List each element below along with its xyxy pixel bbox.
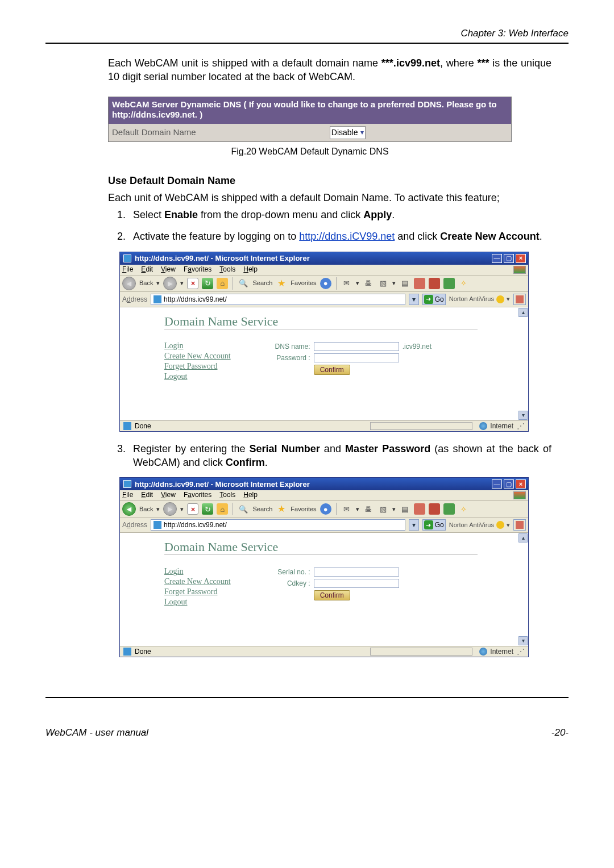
dns-link-create[interactable]: Create New Account [164, 352, 231, 360]
confirm-button[interactable]: Confirm [314, 365, 350, 375]
menu-view[interactable]: View [161, 491, 176, 499]
toolbar-home-icon[interactable]: ⌂ [217, 278, 228, 289]
scroll-up-icon[interactable]: ▴ [518, 533, 528, 542]
toolbar-refresh-icon[interactable]: ↻ [202, 278, 213, 289]
ddns-default-domain-select[interactable]: Disable▾ [330, 126, 366, 139]
confirm-button[interactable]: Confirm [314, 590, 350, 600]
cdkey-label: Cdkey : [265, 580, 310, 587]
resize-grip-icon[interactable]: ⋰ [517, 423, 525, 429]
resize-grip-icon[interactable]: ⋰ [517, 648, 525, 655]
scroll-down-icon[interactable]: ▾ [518, 636, 528, 645]
globe-icon [479, 648, 487, 656]
dns-link-logout[interactable]: Logout [164, 598, 231, 606]
toolbar-print-icon[interactable]: 🖶 [363, 278, 374, 289]
ie-address-bar: Address http://ddns.icv99.net/ ▾ ➜Go Nor… [120, 518, 528, 533]
address-field[interactable]: http://ddns.icv99.net/ [151, 519, 405, 531]
ddns-link[interactable]: http://ddns.iCV99.net [299, 231, 395, 242]
toolbar-messenger-icon[interactable] [443, 503, 455, 515]
menu-favorites[interactable]: Favorites [184, 266, 211, 274]
serial-label: Serial no. : [265, 569, 310, 575]
toolbar-history-icon[interactable]: ● [320, 503, 331, 515]
toolbar-search-icon[interactable]: 🔍 [238, 503, 249, 515]
norton-antivirus-button[interactable]: Norton AntiVirus▾ [449, 295, 510, 303]
window-maximize[interactable]: ▢ [504, 479, 514, 489]
norton-antivirus-button[interactable]: Norton AntiVirus▾ [449, 521, 510, 529]
ie-toolbar: ◄ Back ▾ ► ▾ × ↻ ⌂ 🔍 Search ★ Favorites … [120, 276, 528, 292]
menu-file[interactable]: File [122, 491, 133, 499]
toolbar-back[interactable]: ◄ [122, 502, 136, 516]
toolbar-extra-3-icon[interactable]: ✧ [458, 503, 470, 515]
toolbar-favorites-icon[interactable]: ★ [276, 503, 287, 515]
cdkey-input[interactable] [314, 579, 399, 588]
window-minimize[interactable]: — [492, 254, 502, 263]
dns-link-create[interactable]: Create New Account [164, 578, 231, 586]
toolbar-messenger-icon[interactable] [443, 278, 455, 289]
toolbar-forward[interactable]: ► [163, 502, 177, 516]
window-maximize[interactable]: ▢ [504, 254, 514, 263]
toolbar-extra-1-icon[interactable] [414, 278, 425, 289]
dns-sidebar-links: Login Create New Account Forget Password… [164, 342, 231, 383]
window-minimize[interactable]: — [492, 479, 502, 489]
ie-content-area: ▴ Domain Name Service Login Create New A… [120, 533, 528, 646]
dns-link-login[interactable]: Login [164, 342, 231, 350]
password-input[interactable] [314, 353, 399, 362]
ie-menubar: File Edit View Favorites Tools Help [120, 265, 528, 276]
section-heading: Use Default Domain Name [108, 174, 569, 187]
ddns-title-link[interactable]: http://ddns.icv99.net. [112, 110, 197, 119]
toolbar-discuss-icon[interactable]: ▤ [399, 278, 410, 289]
toolbar-search-icon[interactable]: 🔍 [238, 278, 249, 289]
address-go-button[interactable]: ➜Go [422, 294, 446, 305]
menu-edit[interactable]: Edit [141, 491, 153, 499]
dns-link-forget[interactable]: Forget Password [164, 362, 231, 370]
password-label: Password : [265, 354, 310, 361]
dns-link-logout[interactable]: Logout [164, 373, 231, 381]
menu-file[interactable]: File [122, 266, 133, 274]
step-3: 3. Register by entering the Serial Numbe… [117, 442, 551, 470]
serial-input[interactable] [314, 567, 399, 577]
toolbar-edit-icon[interactable]: ▧ [377, 278, 389, 289]
ie-page-icon [154, 521, 161, 529]
window-close[interactable]: × [516, 254, 526, 263]
menu-tools[interactable]: Tools [219, 266, 235, 274]
toolbar-favorites-icon[interactable]: ★ [276, 278, 287, 289]
ie-icon [123, 254, 131, 262]
header-chapter: Chapter 3: Web Interface [45, 27, 569, 40]
menu-view[interactable]: View [161, 266, 176, 274]
toolbar-extra-2-icon[interactable] [429, 503, 440, 515]
links-button[interactable] [513, 519, 526, 531]
menu-help[interactable]: Help [243, 491, 258, 499]
menu-tools[interactable]: Tools [219, 491, 235, 499]
norton-icon [496, 521, 504, 529]
menu-favorites[interactable]: Favorites [184, 491, 211, 499]
address-chevron-down-icon[interactable]: ▾ [409, 294, 419, 305]
ie-toolbar: ◄ Back ▾ ► ▾ × ↻ ⌂ 🔍 Search ★ Favorites … [120, 501, 528, 518]
menu-edit[interactable]: Edit [141, 266, 153, 274]
ddns-panel-title: WebCAM Server Dynameic DNS ( If you woul… [109, 97, 511, 124]
toolbar-extra-2-icon[interactable] [429, 278, 440, 289]
menu-help[interactable]: Help [243, 266, 258, 274]
dns-name-input[interactable] [314, 342, 399, 351]
toolbar-refresh-icon[interactable]: ↻ [202, 503, 213, 515]
dns-link-forget[interactable]: Forget Password [164, 588, 231, 596]
address-field[interactable]: http://ddns.icv99.net/ [151, 294, 405, 305]
toolbar-mail-icon[interactable]: ✉ [341, 503, 352, 515]
toolbar-edit-icon[interactable]: ▧ [377, 503, 389, 515]
toolbar-mail-icon[interactable]: ✉ [341, 278, 352, 289]
toolbar-extra-3-icon[interactable]: ✧ [458, 278, 470, 289]
toolbar-back[interactable]: ◄ [122, 277, 136, 290]
toolbar-print-icon[interactable]: 🖶 [363, 503, 374, 515]
toolbar-extra-1-icon[interactable] [414, 503, 425, 515]
toolbar-history-icon[interactable]: ● [320, 278, 331, 289]
address-chevron-down-icon[interactable]: ▾ [409, 519, 419, 531]
window-close[interactable]: × [516, 479, 526, 489]
toolbar-forward[interactable]: ► [163, 277, 177, 290]
links-button[interactable] [513, 294, 526, 305]
scroll-up-icon[interactable]: ▴ [518, 308, 528, 317]
address-go-button[interactable]: ➜Go [422, 519, 446, 531]
toolbar-stop-icon[interactable]: × [187, 278, 198, 289]
dns-link-login[interactable]: Login [164, 567, 231, 575]
toolbar-discuss-icon[interactable]: ▤ [399, 503, 410, 515]
scroll-down-icon[interactable]: ▾ [518, 411, 528, 420]
toolbar-home-icon[interactable]: ⌂ [217, 503, 228, 515]
toolbar-stop-icon[interactable]: × [187, 503, 198, 515]
